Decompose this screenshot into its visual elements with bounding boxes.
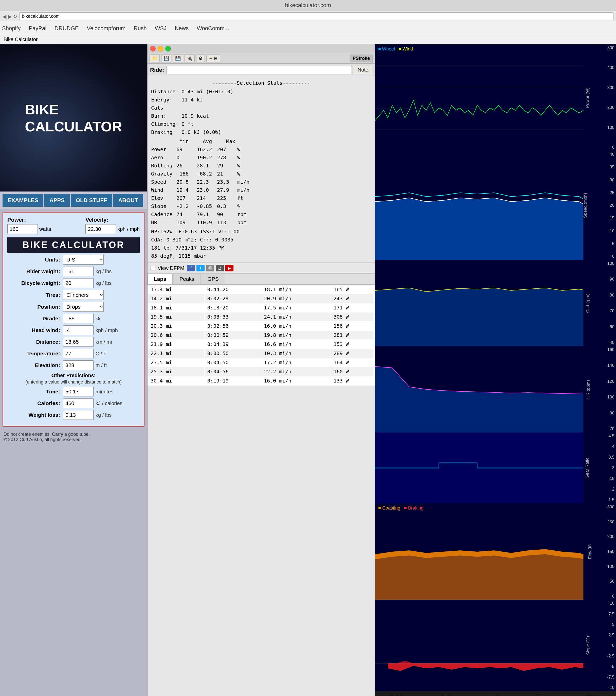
bike-image-area: BIKE CALCULATOR	[0, 44, 147, 191]
grade-unit: %	[96, 316, 100, 322]
disk-icon[interactable]: 💾	[173, 54, 183, 62]
power-input[interactable]	[7, 224, 38, 234]
speed-y-axis: 40 35 30 25 20 15 10 5 0	[598, 151, 616, 260]
nav-woocomm[interactable]: WooComm...	[195, 24, 231, 33]
x-tick-3: 24.6	[538, 695, 547, 696]
stat-cadence: Cadence7479.190rpm	[151, 210, 371, 218]
usb-icon[interactable]: 🔌	[184, 54, 195, 62]
elev-y-label: Elev (ft)	[588, 544, 593, 559]
site-tab[interactable]: Bike Calculator	[0, 35, 616, 44]
apps-button[interactable]: APPS	[44, 194, 70, 207]
settings-icon[interactable]: ⚙	[196, 54, 205, 62]
close-button[interactable]	[150, 46, 156, 51]
stat-gravity: Gravity-186-68.221W	[151, 170, 371, 178]
view-dfpm-row: View DFPM f t @ 🖨 ▶	[148, 263, 375, 274]
nav-drudge[interactable]: DRUDGE	[52, 24, 81, 33]
hr-chart: 160 140 120 100 80 70 HR (bpm)	[375, 346, 616, 432]
facebook-icon[interactable]: f	[187, 265, 195, 271]
calories-row: Calories: kJ / calories	[7, 398, 140, 408]
tires-label: Tires:	[7, 292, 63, 298]
examples-button[interactable]: EXAMPLES	[2, 194, 43, 207]
calories-input[interactable]	[63, 398, 94, 408]
note-button[interactable]: Note	[354, 66, 372, 74]
other-pred-sub: (entering a value will change distance t…	[7, 379, 140, 385]
table-row: 18.1 mi0:13:2017.5 mi/h171 W	[148, 303, 374, 312]
svg-marker-4	[375, 198, 583, 260]
nav-velocompforum[interactable]: Velocompforum	[85, 24, 128, 33]
tab-peaks[interactable]: Peaks	[173, 274, 200, 284]
table-row: 21.9 mi0:04:3916.6 mi/h153 W	[148, 340, 374, 348]
speed-chart-svg	[375, 151, 598, 260]
velocity-unit: kph / mph	[117, 226, 140, 232]
bicycle-weight-label: Bicycle weight:	[7, 280, 63, 286]
hr-y-axis: 160 140 120 100 80 70	[598, 346, 616, 432]
table-row: 14.2 mi0:02:2920.9 mi/h243 W	[148, 294, 374, 303]
forward-icon[interactable]: →🖥	[206, 54, 220, 62]
email-icon[interactable]: @	[206, 265, 214, 271]
print-icon[interactable]: 🖨	[216, 265, 224, 271]
minimize-button[interactable]	[158, 46, 163, 51]
social-icons: f t @ 🖨 ▶	[187, 265, 233, 271]
stat-wind: Wind19.423.027.9mi/h	[151, 186, 371, 194]
stats-table-header: Min Avg Max	[151, 137, 371, 145]
deg-line: 85 degF; 1015 mbar	[151, 252, 371, 260]
cda-line: CdA: 0.310 m^2; Crr: 0.0035	[151, 236, 371, 244]
headwind-input[interactable]	[63, 326, 94, 335]
distance-input[interactable]	[63, 337, 94, 347]
twitter-icon[interactable]: t	[196, 265, 205, 271]
tires-select[interactable]: ClinchersTubulars	[63, 290, 104, 300]
tab-gps[interactable]: GPS	[201, 274, 225, 284]
save-icon[interactable]: 💾	[161, 54, 172, 62]
time-unit: minutes	[96, 389, 113, 395]
speed-chart: 40 35 30 25 20 15 10 5 0 Speed (mph)	[375, 151, 616, 260]
elev-legend: ■ Coasting ■ Braking	[378, 506, 424, 511]
footer-text: Do not create enemies. Carry a good tube…	[0, 429, 147, 445]
stat-power: Power69162.2207W	[151, 145, 371, 154]
rider-weight-unit: kg / lbs	[96, 269, 112, 274]
temperature-input[interactable]	[63, 349, 94, 359]
about-button[interactable]: ABOUT	[113, 194, 143, 207]
slope-chart: 10 7.5 5 2.5 0 -2.5 -5 -7.5 -10 Slope (%…	[375, 600, 616, 691]
nav-shopify[interactable]: Shopify	[0, 24, 22, 33]
gear-y-label: Gear Ratio	[585, 458, 590, 478]
distance-unit: km / mi	[96, 339, 112, 345]
ride-input[interactable]	[166, 66, 351, 74]
rider-weight-input[interactable]	[63, 267, 94, 276]
units-select[interactable]: U.S.Metric	[63, 255, 104, 265]
weight-loss-input[interactable]	[63, 410, 94, 420]
browser-nav: ◀ ▶ ↻ bikecalculator.com	[0, 11, 616, 22]
old-stuff-button[interactable]: OLD STUFF	[71, 194, 112, 207]
bicycle-weight-input[interactable]	[63, 278, 94, 288]
headwind-label: Head wind:	[7, 327, 63, 333]
grade-input[interactable]	[63, 314, 94, 323]
time-label: Time:	[7, 389, 63, 395]
position-select[interactable]: DropsHoodsTops	[63, 302, 104, 312]
share-icon[interactable]: ▶	[225, 265, 233, 271]
nav-news[interactable]: News	[173, 24, 191, 33]
time-input[interactable]	[63, 387, 94, 396]
weight-loss-row: Weight loss: kg / lbs	[7, 410, 140, 420]
stat-aero: Aero0190.2278W	[151, 154, 371, 162]
calc-container: Power: watts Velocity: kph / mph BIKE C	[2, 212, 145, 427]
slope-y-label: Slope (%)	[586, 636, 591, 655]
nav-wsj[interactable]: WSJ	[153, 24, 168, 33]
velocity-input[interactable]	[85, 224, 116, 234]
svg-marker-12	[396, 661, 414, 663]
power-unit: watts	[39, 226, 51, 232]
view-dfpm-checkbox[interactable]	[150, 266, 155, 270]
nav-paypal[interactable]: PayPal	[27, 24, 48, 33]
np-line: NP:162W IF:0.63 TSS:1 VI:1.00	[151, 227, 371, 236]
stat-distance: Distance:0.43 mi (0:01:10)	[151, 88, 371, 96]
position-row: Position: DropsHoodsTops	[7, 302, 140, 312]
stat-elev: Elev207214225ft	[151, 194, 371, 202]
stat-slope: Slope-2.2-0.850.3%	[151, 202, 371, 210]
elevation-unit: m / ft	[96, 362, 107, 368]
folder-icon[interactable]: 📁	[149, 54, 160, 62]
elevation-input[interactable]	[63, 360, 94, 370]
tab-laps[interactable]: Laps	[148, 274, 173, 284]
address-bar[interactable]: bikecalculator.com	[19, 12, 614, 20]
slope-chart-svg	[375, 600, 598, 691]
nav-rush[interactable]: Rush	[132, 24, 148, 33]
gear-chart-svg	[375, 432, 598, 504]
maximize-button[interactable]	[165, 46, 171, 51]
